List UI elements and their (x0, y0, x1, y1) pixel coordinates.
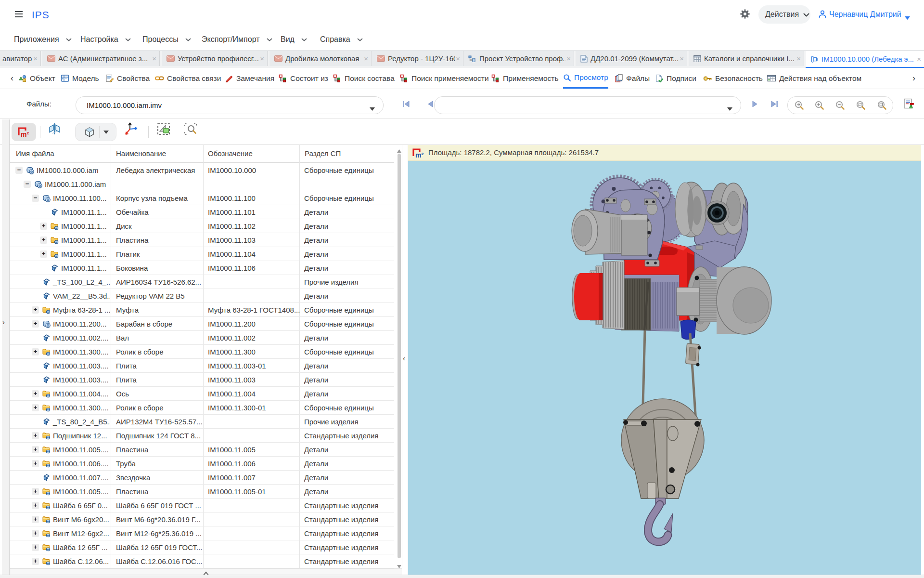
svg-text:m²: m² (21, 131, 29, 138)
svg-text:m²: m² (415, 151, 424, 159)
